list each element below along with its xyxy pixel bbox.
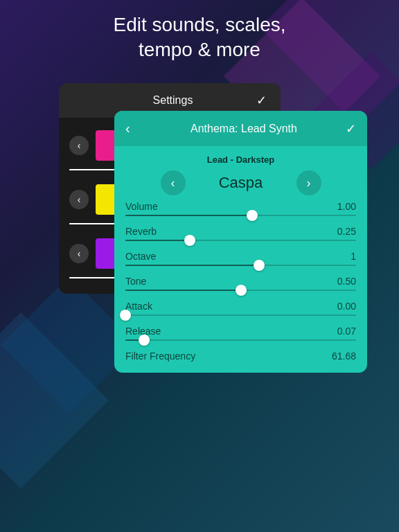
filter-freq-value: 61.68 xyxy=(332,351,356,362)
header: Edit sounds, scales, tempo & more xyxy=(0,12,399,63)
param-section: Volume 1.00 Reverb 0.25 Octave 1 xyxy=(114,201,367,362)
instrument-back-button[interactable]: ‹ xyxy=(125,121,142,136)
preset-nav: ‹ Caspa › xyxy=(125,170,356,195)
tone-value: 0.50 xyxy=(337,276,356,287)
reverb-slider[interactable] xyxy=(125,240,356,241)
instrument-header: ‹ Anthema: Lead Synth ✓ xyxy=(114,111,367,146)
reverb-value: 0.25 xyxy=(337,226,356,237)
filter-freq-label: Filter Frequency xyxy=(125,351,195,362)
pink-chevron[interactable]: ‹ xyxy=(69,136,89,155)
octave-value: 1 xyxy=(351,251,356,262)
reverb-row: Reverb 0.25 xyxy=(125,226,356,241)
volume-slider[interactable] xyxy=(125,215,356,216)
filter-freq-row: Filter Frequency 61.68 xyxy=(125,351,356,362)
preset-subcategory: Darkstep xyxy=(236,154,275,165)
purple-chevron[interactable]: ‹ xyxy=(69,244,89,263)
attack-row: Attack 0.00 xyxy=(125,301,356,316)
preset-name: Caspa xyxy=(200,174,283,192)
attack-label: Attack xyxy=(125,301,152,312)
instrument-check-button[interactable]: ✓ xyxy=(346,121,356,136)
octave-label: Octave xyxy=(125,251,156,262)
preset-next-button[interactable]: › xyxy=(296,170,321,195)
tone-slider[interactable] xyxy=(125,290,356,291)
volume-row: Volume 1.00 xyxy=(125,201,356,216)
settings-check-button[interactable]: ✓ xyxy=(256,93,267,108)
instrument-title: Anthema: Lead Synth xyxy=(142,123,346,135)
release-slider[interactable] xyxy=(125,339,356,341)
volume-value: 1.00 xyxy=(337,201,356,212)
preset-dash: - xyxy=(231,154,236,165)
settings-title: Settings xyxy=(89,94,256,107)
instrument-panel: ‹ Anthema: Lead Synth ✓ Lead - Darkstep … xyxy=(114,111,367,373)
preset-category: Lead xyxy=(207,154,228,165)
preset-selector: Lead - Darkstep ‹ Caspa › xyxy=(114,146,367,201)
attack-slider[interactable] xyxy=(125,314,356,316)
tone-label: Tone xyxy=(125,276,146,287)
header-title: Edit sounds, scales, tempo & more xyxy=(0,12,399,63)
octave-row: Octave 1 xyxy=(125,251,356,266)
volume-label: Volume xyxy=(125,201,158,212)
reverb-label: Reverb xyxy=(125,226,157,237)
preset-prev-button[interactable]: ‹ xyxy=(161,170,186,195)
release-row: Release 0.07 xyxy=(125,326,356,341)
preset-subtitle: Lead - Darkstep xyxy=(125,154,356,165)
octave-slider[interactable] xyxy=(125,265,356,266)
attack-value: 0.00 xyxy=(337,301,356,312)
release-value: 0.07 xyxy=(337,326,356,337)
yellow-chevron[interactable]: ‹ xyxy=(69,190,89,209)
tone-row: Tone 0.50 xyxy=(125,276,356,291)
